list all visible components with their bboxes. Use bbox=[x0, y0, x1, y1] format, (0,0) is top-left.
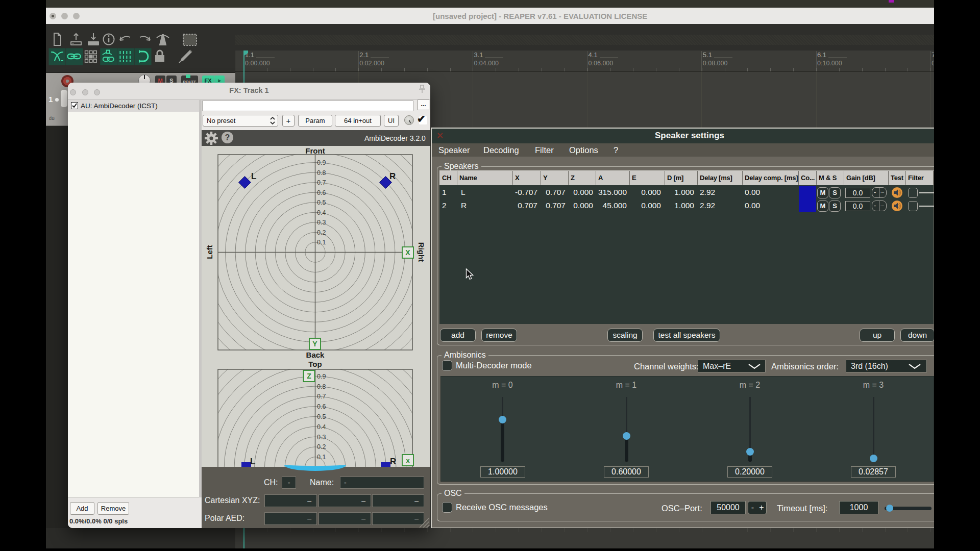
svg-text:X: X bbox=[405, 248, 410, 257]
svg-text:0.3: 0.3 bbox=[317, 219, 326, 226]
svg-text:0.4: 0.4 bbox=[317, 209, 326, 216]
svg-text:x: x bbox=[406, 457, 410, 464]
svg-text:R: R bbox=[389, 171, 396, 181]
svg-text:0.4: 0.4 bbox=[317, 423, 326, 431]
svg-text:Front: Front bbox=[305, 146, 325, 155]
svg-text:L: L bbox=[251, 171, 256, 181]
svg-text:0.2: 0.2 bbox=[317, 229, 326, 236]
svg-text:0.8: 0.8 bbox=[317, 383, 326, 390]
svg-text:R: R bbox=[390, 457, 396, 466]
svg-text:0.1: 0.1 bbox=[317, 239, 326, 246]
svg-text:Top: Top bbox=[308, 360, 322, 368]
svg-text:0.2: 0.2 bbox=[317, 443, 326, 450]
svg-text:0.7: 0.7 bbox=[317, 393, 326, 400]
svg-text:0.9: 0.9 bbox=[317, 373, 326, 380]
svg-text:Y: Y bbox=[312, 340, 317, 348]
svg-text:0.1: 0.1 bbox=[317, 454, 326, 461]
svg-text:Right: Right bbox=[417, 242, 426, 262]
svg-text:0.6: 0.6 bbox=[317, 189, 326, 196]
svg-text:0.6: 0.6 bbox=[317, 403, 326, 410]
svg-text:Left: Left bbox=[205, 245, 214, 259]
svg-text:0.5: 0.5 bbox=[317, 199, 326, 206]
svg-text:Z: Z bbox=[307, 372, 311, 380]
svg-text:0.5: 0.5 bbox=[317, 413, 326, 420]
svg-text:0.9: 0.9 bbox=[317, 159, 326, 166]
svg-text:0.8: 0.8 bbox=[317, 169, 326, 177]
svg-text:0.3: 0.3 bbox=[317, 434, 326, 441]
svg-text:Back: Back bbox=[306, 350, 325, 359]
svg-text:L: L bbox=[250, 457, 255, 466]
svg-text:0.7: 0.7 bbox=[317, 179, 326, 186]
